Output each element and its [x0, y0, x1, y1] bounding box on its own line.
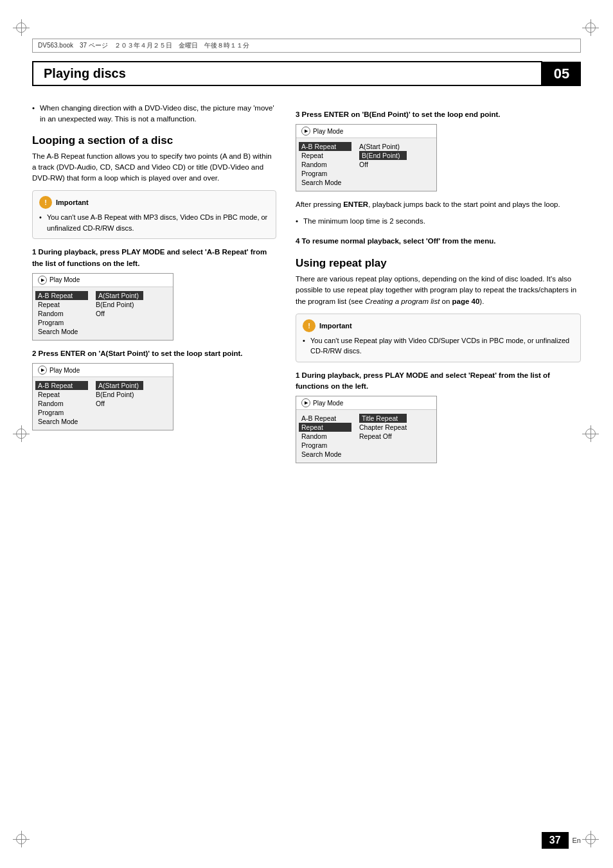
play-mode-right-3: A(Start Point) B(End Point) Off [354, 138, 412, 191]
important-title-2: ! Important [303, 319, 574, 332]
reg-mark-top-right [582, 19, 600, 37]
menu-title-repeat: Title Repeat [359, 414, 407, 423]
menu-repeat-1: Repeat [38, 300, 85, 309]
menu-ab-repeat-3: A-B Repeat [299, 142, 351, 151]
menu-random-3: Random [301, 160, 349, 169]
section-looping-title: Looping a section of a disc [32, 134, 276, 147]
play-mode-content-2: A-B Repeat Repeat Random Program Search … [33, 377, 173, 430]
play-mode-title-3: ▶ Play Mode [296, 125, 436, 138]
menu-ab-repeat-1: A-B Repeat [35, 291, 88, 300]
menu-search-2: Search Mode [38, 417, 85, 426]
important-box-2: ! Important You can't use Repeat play wi… [296, 314, 581, 362]
top-bar-text: DV563.book 37 ページ ２０３年４月２５日 金曜日 午後８時１１分 [38, 41, 249, 50]
menu-repeat-4: Repeat [299, 423, 351, 432]
bullet-min-loop: The minimum loop time is 2 seconds. [296, 216, 581, 227]
after-enter-text: After pressing ENTER, playback jumps bac… [296, 199, 581, 210]
menu-off-1: Off [96, 309, 143, 318]
play-mode-icon-1: ▶ [38, 276, 47, 285]
menu-search-3: Search Mode [301, 178, 349, 187]
menu-start-point-3: A(Start Point) [359, 142, 407, 151]
chapter-number: 05 [542, 62, 581, 86]
menu-off-3: Off [359, 160, 407, 169]
play-mode-content-4: A-B Repeat Repeat Random Program Search … [296, 410, 436, 463]
play-mode-left-4: A-B Repeat Repeat Random Program Search … [296, 410, 354, 463]
menu-end-point-3: B(End Point) [359, 151, 407, 160]
reg-mark-mid-left [13, 425, 31, 443]
menu-repeat-3: Repeat [301, 151, 349, 160]
menu-program-1: Program [38, 318, 85, 327]
play-mode-right-4: Title Repeat Chapter Repeat Repeat Off [354, 410, 412, 463]
step-2-heading: 2 Press ENTER on 'A(Start Point)' to set… [32, 348, 276, 359]
page-lang: En [573, 837, 581, 844]
play-mode-left-2: A-B Repeat Repeat Random Program Search … [33, 377, 91, 430]
chapter-title: Playing discs [32, 61, 542, 86]
step-1-heading: 1 During playback, press PLAY MODE and s… [32, 247, 276, 269]
reg-mark-bottom-right [582, 831, 600, 849]
section-looping-desc: The A-B Repeat function allows you to sp… [32, 151, 276, 184]
important-title-1: ! Important [39, 196, 269, 209]
menu-repeat-2: Repeat [38, 390, 85, 399]
step-5-heading: 1 During playback, press PLAY MODE and s… [296, 370, 581, 393]
menu-off-2: Off [96, 399, 143, 408]
play-mode-right-2: A(Start Point) B(End Point) Off [91, 377, 148, 430]
menu-program-4: Program [301, 441, 349, 450]
play-mode-box-2: ▶ Play Mode A-B Repeat Repeat Random Pro… [32, 363, 173, 430]
menu-start-point-1: A(Start Point) [96, 291, 143, 300]
play-mode-left-3: A-B Repeat Repeat Random Program Search … [296, 138, 354, 191]
play-mode-title-1: ▶ Play Mode [33, 274, 173, 287]
chapter-header: Playing discs 05 [32, 61, 581, 86]
play-mode-icon-4: ▶ [301, 398, 310, 407]
play-mode-title-2: ▶ Play Mode [33, 364, 173, 377]
play-mode-box-3: ▶ Play Mode A-B Repeat Repeat Random Pro… [296, 124, 437, 191]
play-mode-right-1: A(Start Point) B(End Point) Off [91, 287, 148, 340]
menu-search-4: Search Mode [301, 450, 349, 459]
content-area: When changing direction with a DVD-Video… [32, 103, 581, 817]
step-4-heading: 4 To resume normal playback, select 'Off… [296, 236, 581, 247]
menu-random-2: Random [38, 399, 85, 408]
menu-repeat-off: Repeat Off [359, 432, 407, 441]
top-bar: DV563.book 37 ページ ２０３年４月２５日 金曜日 午後８時１１分 [32, 39, 581, 53]
menu-end-point-1: B(End Point) [96, 300, 143, 309]
menu-program-2: Program [38, 408, 85, 417]
important-text-2: You can't use Repeat play with Video CD/… [303, 335, 574, 357]
menu-ab-repeat-2: A-B Repeat [35, 381, 88, 390]
reg-mark-mid-right [582, 425, 600, 443]
important-box-1: ! Important You can't use A-B Repeat wit… [32, 190, 276, 239]
play-mode-content-1: A-B Repeat Repeat Random Program Search … [33, 287, 173, 340]
important-text-1: You can't use A-B Repeat with MP3 discs,… [39, 212, 269, 233]
important-icon-1: ! [39, 196, 52, 209]
menu-chapter-repeat: Chapter Repeat [359, 423, 407, 432]
bullet-dvd-note: When changing direction with a DVD-Video… [32, 103, 276, 125]
play-mode-content-3: A-B Repeat Repeat Random Program Search … [296, 138, 436, 191]
menu-random-4: Random [301, 432, 349, 441]
play-mode-left-1: A-B Repeat Repeat Random Program Search … [33, 287, 91, 340]
menu-end-point-2: B(End Point) [96, 390, 143, 399]
section-repeat-title: Using repeat play [296, 257, 581, 270]
section-repeat-desc: There are various repeat play options, d… [296, 274, 581, 307]
menu-start-point-2: A(Start Point) [96, 381, 143, 390]
right-column: 3 Press ENTER on 'B(End Point)' to set t… [296, 103, 581, 817]
footer: 37 En [32, 832, 581, 849]
important-icon-2: ! [303, 319, 315, 332]
play-mode-icon-3: ▶ [301, 127, 310, 136]
reg-mark-top-left [13, 19, 31, 37]
menu-program-3: Program [301, 169, 349, 178]
step-3-heading: 3 Press ENTER on 'B(End Point)' to set t… [296, 109, 581, 120]
left-column: When changing direction with a DVD-Video… [32, 103, 276, 817]
play-mode-box-1: ▶ Play Mode A-B Repeat Repeat Random Pro… [32, 273, 173, 341]
menu-ab-repeat-4: A-B Repeat [301, 414, 349, 423]
play-mode-box-4: ▶ Play Mode A-B Repeat Repeat Random Pro… [296, 396, 437, 463]
menu-random-1: Random [38, 309, 85, 318]
menu-search-1: Search Mode [38, 327, 85, 336]
page-number: 37 [542, 832, 569, 849]
play-mode-title-4: ▶ Play Mode [296, 396, 436, 410]
reg-mark-bottom-left [13, 831, 31, 849]
play-mode-icon-2: ▶ [38, 366, 47, 375]
